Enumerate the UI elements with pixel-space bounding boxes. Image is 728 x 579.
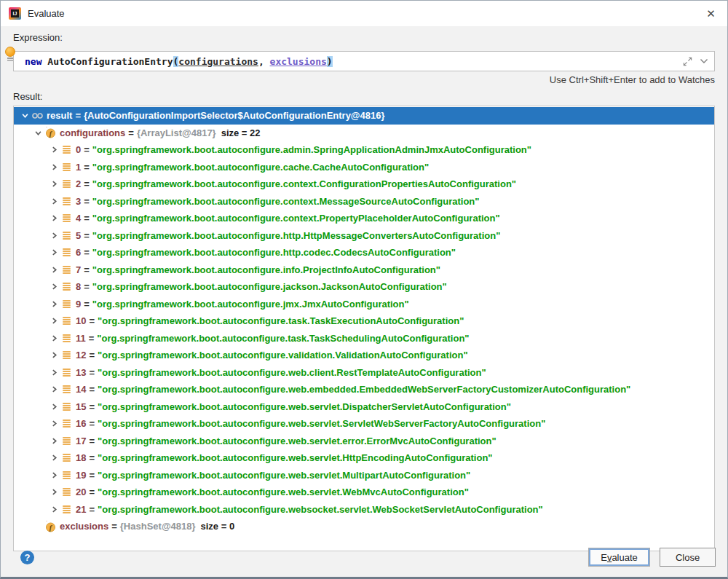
close-icon[interactable]: ✕	[695, 1, 727, 26]
tree-row-array-item[interactable]: 6="org.springframework.boot.autoconfigur…	[14, 244, 714, 261]
tree-row-array-item[interactable]: 14="org.springframework.boot.autoconfigu…	[14, 381, 714, 398]
item-value: "org.springframework.boot.autoconfigure.…	[98, 367, 486, 378]
equals-sign: =	[89, 470, 95, 481]
tree-row-array-item[interactable]: 5="org.springframework.boot.autoconfigur…	[14, 227, 714, 245]
expression-code: new AutoConfigurationEntry(configuration…	[25, 56, 683, 67]
chevron-right-icon[interactable]	[48, 384, 60, 395]
chevron-down-icon[interactable]	[32, 127, 44, 138]
item-value: "org.springframework.boot.autoconfigure.…	[98, 350, 468, 361]
tree-row-array-item[interactable]: 18="org.springframework.boot.autoconfigu…	[14, 449, 714, 467]
tree-row-array-item[interactable]: 0="org.springframework.boot.autoconfigur…	[14, 141, 714, 159]
tree-row-array-item[interactable]: 15="org.springframework.boot.autoconfigu…	[14, 398, 714, 416]
chevron-right-icon[interactable]	[48, 315, 60, 327]
item-index: 9	[76, 299, 81, 310]
svg-text:': '	[46, 127, 47, 132]
arg-configurations: configurations	[178, 56, 258, 67]
node-name: exclusions	[60, 521, 108, 532]
help-button[interactable]: ?	[20, 551, 34, 564]
tree-row-array-item[interactable]: 19="org.springframework.boot.autoconfigu…	[14, 467, 714, 484]
close-button[interactable]: Close	[660, 548, 716, 567]
item-value: "org.springframework.boot.autoconfigure.…	[97, 333, 469, 344]
callee-name: AutoConfigurationEntry	[41, 56, 173, 67]
bulb-base	[7, 58, 13, 61]
item-index: 2	[76, 178, 81, 189]
array-item-icon	[60, 178, 72, 190]
chevron-right-icon[interactable]	[48, 503, 60, 515]
array-item-icon	[60, 332, 72, 344]
chevron-right-icon[interactable]	[48, 487, 60, 498]
tree-row-array-item[interactable]: 8="org.springframework.boot.autoconfigur…	[14, 278, 714, 296]
tree-row-array-item[interactable]: 2="org.springframework.boot.autoconfigur…	[14, 176, 714, 193]
item-index: 16	[76, 418, 86, 429]
equals-sign: =	[84, 299, 90, 310]
chevron-right-icon[interactable]	[48, 332, 60, 344]
expression-input[interactable]: new AutoConfigurationEntry(configuration…	[13, 51, 715, 71]
equals-sign: =	[89, 315, 95, 326]
chevron-right-icon[interactable]	[48, 452, 60, 464]
chevron-right-icon[interactable]	[48, 298, 60, 310]
watches-hint: Use Ctrl+Shift+Enter to add to Watches	[13, 74, 715, 85]
tree-row-array-item[interactable]: 12="org.springframework.boot.autoconfigu…	[14, 347, 714, 364]
chevron-right-icon[interactable]	[48, 264, 60, 275]
chevron-right-icon[interactable]	[48, 281, 60, 293]
array-item-icon	[60, 418, 72, 430]
chevron-right-icon[interactable]	[48, 435, 60, 446]
equals-sign: =	[84, 213, 90, 224]
chevron-right-icon[interactable]	[48, 229, 60, 241]
array-item-icon	[60, 384, 72, 395]
item-index: 0	[76, 144, 81, 155]
chevron-right-icon[interactable]	[48, 195, 60, 207]
chevron-right-icon[interactable]	[48, 350, 60, 361]
array-item-icon	[60, 229, 72, 241]
array-item-icon	[60, 401, 72, 412]
tree-row-array-item[interactable]: 20="org.springframework.boot.autoconfigu…	[14, 484, 714, 501]
expand-editor-icon[interactable]	[683, 57, 692, 66]
item-value: "org.springframework.boot.autoconfigure.…	[92, 144, 531, 155]
equals-sign: =	[84, 264, 90, 275]
chevron-right-icon[interactable]	[48, 161, 60, 173]
equals-sign: =	[89, 487, 95, 497]
tree-row-array-item[interactable]: 11="org.springframework.boot.autoconfigu…	[14, 330, 714, 347]
item-index: 13	[76, 367, 86, 378]
chevron-down-icon[interactable]	[19, 110, 31, 122]
tree-row-array-item[interactable]: 21="org.springframework.boot.autoconfigu…	[14, 501, 714, 519]
item-index: 18	[76, 452, 86, 463]
intention-bulb-icon[interactable]	[4, 47, 16, 66]
tree-row-array-item[interactable]: 9="org.springframework.boot.autoconfigur…	[14, 296, 714, 313]
tree-row-configurations[interactable]: f' configurations={ArrayList@4817}size =…	[14, 125, 714, 142]
item-index: 4	[76, 213, 81, 224]
chevron-right-icon[interactable]	[48, 178, 60, 190]
close-paren: )	[327, 56, 333, 67]
chevron-right-icon[interactable]	[48, 401, 60, 412]
history-dropdown-icon[interactable]	[700, 58, 708, 64]
tree-row-exclusions[interactable]: f' exclusions={HashSet@4818}size = 0	[14, 518, 714, 535]
item-index: 8	[76, 281, 81, 292]
equals-sign: =	[89, 504, 95, 515]
tree-row-array-item[interactable]: 16="org.springframework.boot.autoconfigu…	[14, 415, 714, 433]
item-value: "org.springframework.boot.autoconfigure.…	[92, 162, 429, 173]
title-bar: IJ Evaluate ✕	[1, 1, 727, 26]
chevron-right-icon[interactable]	[48, 144, 60, 156]
evaluate-button[interactable]: Evaluate	[588, 548, 650, 567]
item-index: 1	[76, 162, 81, 173]
tree-row-array-item[interactable]: 17="org.springframework.boot.autoconfigu…	[14, 433, 714, 450]
item-value: "org.springframework.boot.autoconfigure.…	[92, 230, 501, 241]
tree-row-array-item[interactable]: 3="org.springframework.boot.autoconfigur…	[14, 193, 714, 210]
equals-sign: =	[89, 436, 95, 446]
chevron-right-icon[interactable]	[48, 469, 60, 481]
evaluate-dialog: IJ Evaluate ✕ Expression: new AutoConfig…	[0, 0, 728, 579]
item-value: "org.springframework.boot.autoconfigure.…	[98, 504, 543, 515]
tree-row-array-item[interactable]: 4="org.springframework.boot.autoconfigur…	[14, 210, 714, 227]
tree-row-array-item[interactable]: 13="org.springframework.boot.autoconfigu…	[14, 364, 714, 382]
chevron-right-icon[interactable]	[48, 213, 60, 224]
tree-row-array-item[interactable]: 10="org.springframework.boot.autoconfigu…	[14, 312, 714, 330]
tree-row-result[interactable]: result={AutoConfigurationImportSelector$…	[14, 107, 714, 125]
chevron-right-icon[interactable]	[48, 247, 60, 259]
tree-row-array-item[interactable]: 7="org.springframework.boot.autoconfigur…	[14, 261, 714, 279]
item-value: "org.springframework.boot.autoconfigure.…	[98, 470, 470, 481]
chevron-right-icon[interactable]	[48, 418, 60, 430]
chevron-right-icon[interactable]	[48, 366, 60, 378]
item-index: 15	[76, 401, 86, 412]
tree-row-array-item[interactable]: 1="org.springframework.boot.autoconfigur…	[14, 159, 714, 176]
item-index: 11	[76, 333, 86, 344]
